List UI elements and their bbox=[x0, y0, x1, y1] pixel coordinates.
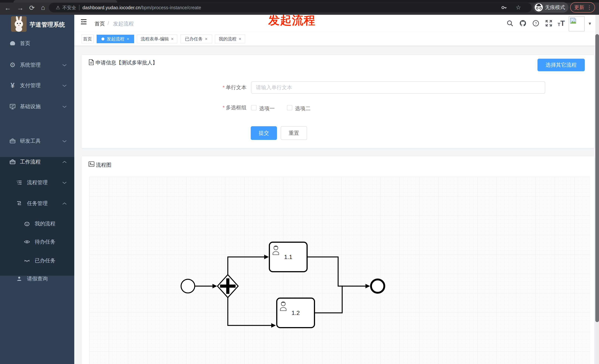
apply-info-card: 申请信息【测试多审批人】 选择其它流程 * 单行文本 * 多选框组 选项一 选项… bbox=[81, 55, 594, 148]
tab-label: 已办任务 bbox=[185, 36, 203, 42]
select-other-process-button[interactable]: 选择其它流程 bbox=[537, 59, 585, 71]
back-icon[interactable]: ← bbox=[4, 5, 11, 11]
dashboard-icon bbox=[9, 40, 16, 47]
chevron-down-icon bbox=[62, 62, 67, 68]
bpmn-diagram: 1.1 1.2 bbox=[89, 177, 590, 364]
close-icon[interactable]: × bbox=[127, 36, 129, 42]
eye-icon bbox=[23, 238, 31, 245]
view-tab-done-tasks[interactable]: 已办任务 × bbox=[180, 35, 212, 43]
annotation-text: 发起流程 bbox=[268, 13, 316, 28]
submit-button[interactable]: 提交 bbox=[251, 126, 277, 140]
sidebar-item-payment[interactable]: ¥ 支付管理 bbox=[0, 78, 74, 93]
card-title: 流程图 bbox=[96, 161, 111, 169]
update-button[interactable]: 更新 ⋮ bbox=[570, 2, 595, 13]
hamburger-icon[interactable] bbox=[80, 18, 88, 25]
sidebar-item-label: 任务管理 bbox=[27, 200, 48, 207]
scrollbar-thumb[interactable] bbox=[595, 34, 599, 322]
tab-label: 首页 bbox=[83, 36, 92, 42]
required-asterisk: * bbox=[223, 85, 225, 90]
breadcrumb-current: 发起流程 bbox=[113, 20, 134, 27]
forward-icon[interactable]: → bbox=[17, 5, 24, 11]
sidebar-item-done-tasks[interactable]: 已办任务 bbox=[0, 253, 74, 268]
checkbox-label[interactable]: 选项一 bbox=[259, 105, 275, 112]
field-label: 单行文本 bbox=[226, 84, 247, 91]
user-icon bbox=[16, 275, 23, 282]
required-asterisk: * bbox=[223, 105, 225, 110]
incognito-label: 无痕模式 bbox=[545, 4, 565, 11]
sidebar-item-infrastructure[interactable]: 基础设施 bbox=[0, 99, 74, 114]
warning-icon: ⚠ bbox=[56, 5, 60, 10]
sidebar-item-label: 研发工具 bbox=[20, 137, 41, 144]
caret-down-icon[interactable]: ▾ bbox=[589, 21, 591, 26]
view-tab-initiate-process[interactable]: 发起流程 × bbox=[97, 35, 134, 43]
security-label: 不安全 bbox=[62, 5, 76, 11]
view-tab-home[interactable]: 首页 bbox=[81, 35, 94, 43]
avatar[interactable] bbox=[569, 16, 585, 31]
checkbox-option-1[interactable] bbox=[251, 105, 256, 110]
sidebar-item-my-process[interactable]: 我的流程 bbox=[0, 216, 74, 231]
task-label: 1.1 bbox=[284, 254, 292, 260]
url-divider bbox=[79, 5, 79, 10]
user-task-1-2[interactable]: 1.2 bbox=[277, 298, 315, 328]
incognito-icon bbox=[535, 3, 543, 11]
home-icon[interactable]: ⌂ bbox=[41, 4, 45, 11]
tab-label: 我的流程 bbox=[219, 36, 237, 42]
view-tab-form-edit[interactable]: 流程表单-编辑 × bbox=[137, 35, 177, 43]
end-event[interactable] bbox=[371, 279, 384, 293]
browser-active-tab[interactable] bbox=[13, 0, 117, 3]
sidebar-item-home[interactable]: 首页 bbox=[0, 36, 74, 51]
sidebar-item-leave-query[interactable]: 请假查询 bbox=[0, 271, 74, 286]
browser-tab-strip bbox=[0, 0, 599, 3]
chevron-down-icon bbox=[62, 83, 67, 88]
key-icon[interactable] bbox=[501, 4, 507, 12]
help-icon[interactable]: ? bbox=[532, 20, 539, 27]
sidebar-item-workflow[interactable]: 工作流程 bbox=[0, 154, 74, 169]
start-event[interactable] bbox=[181, 279, 195, 293]
close-icon[interactable]: × bbox=[205, 36, 208, 42]
checkbox-option-2[interactable] bbox=[287, 105, 292, 110]
checkbox-label[interactable]: 选项二 bbox=[295, 105, 311, 112]
image-icon bbox=[88, 161, 94, 168]
breadcrumb-home[interactable]: 首页 bbox=[95, 20, 105, 27]
reset-button[interactable]: 重置 bbox=[281, 126, 307, 140]
github-icon[interactable] bbox=[519, 20, 527, 27]
user-task-1-1[interactable]: 1.1 bbox=[269, 242, 307, 272]
chevron-down-icon bbox=[62, 180, 67, 186]
tab-label: 流程表单-编辑 bbox=[141, 36, 169, 42]
eye-closed-icon bbox=[23, 257, 31, 264]
font-size-icon[interactable]: TT bbox=[558, 19, 565, 27]
skill-flow-icon bbox=[16, 200, 23, 207]
chevron-up-icon bbox=[62, 201, 67, 206]
url-path: /bpm/process-instance/create bbox=[141, 5, 201, 10]
fullscreen-icon[interactable] bbox=[545, 20, 552, 27]
sidebar-item-process-mgmt[interactable]: 流程管理 bbox=[0, 175, 74, 190]
app-header: 首页 / 发起流程 ? TT ▾ bbox=[74, 15, 599, 32]
sidebar-item-todo-tasks[interactable]: 待办任务 bbox=[0, 234, 74, 249]
tab-label: 发起流程 bbox=[107, 36, 124, 42]
sidebar-item-dev-tools[interactable]: 研发工具 bbox=[0, 134, 74, 148]
sidebar-item-label: 工作流程 bbox=[20, 158, 41, 165]
sidebar-item-label: 已办任务 bbox=[35, 257, 55, 264]
field-label: 多选框组 bbox=[226, 104, 247, 111]
close-icon[interactable]: × bbox=[171, 36, 174, 42]
parallel-gateway[interactable] bbox=[218, 275, 238, 297]
toolbox-icon bbox=[9, 137, 16, 145]
form-label-row: * 多选框组 bbox=[81, 104, 247, 111]
url-bar[interactable]: ⚠ 不安全 dashboard.yudao.iocoder.cn/bpm/pro… bbox=[49, 3, 532, 12]
sidebar-item-label: 支付管理 bbox=[20, 82, 41, 89]
view-tab-my-process[interactable]: 我的流程 × bbox=[215, 35, 245, 43]
sidebar-item-task-mgmt[interactable]: 任务管理 bbox=[0, 196, 74, 211]
button-label: 重置 bbox=[289, 130, 299, 137]
update-label: 更新 bbox=[574, 4, 584, 11]
search-icon[interactable] bbox=[506, 20, 514, 27]
task-label: 1.2 bbox=[291, 310, 300, 316]
chevron-down-icon bbox=[62, 103, 67, 110]
single-line-text-input[interactable] bbox=[251, 81, 545, 93]
sidebar-item-label: 待办任务 bbox=[35, 238, 55, 245]
close-icon[interactable]: × bbox=[239, 36, 241, 42]
sidebar-item-system[interactable]: ⚙ 系统管理 bbox=[0, 58, 74, 72]
chevron-up-icon bbox=[62, 159, 67, 165]
star-icon[interactable]: ☆ bbox=[516, 4, 521, 11]
kebab-menu-icon[interactable]: ⋮ bbox=[587, 4, 592, 10]
reload-icon[interactable]: ⟳ bbox=[29, 5, 35, 11]
